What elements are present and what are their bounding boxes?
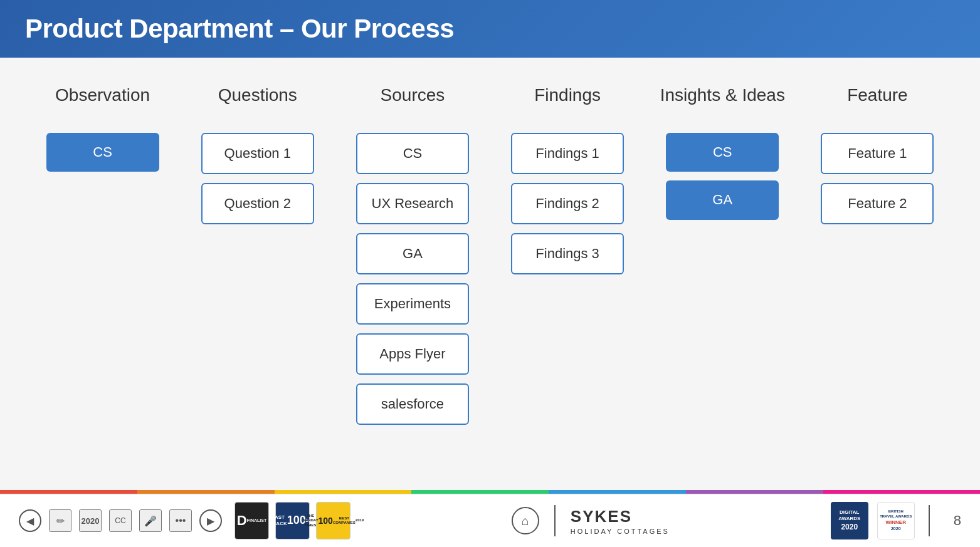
more-button[interactable]: •••: [169, 509, 192, 532]
item-observation-0[interactable]: CS: [46, 133, 159, 172]
item-questions-0[interactable]: Question 1: [201, 133, 314, 174]
mic-button[interactable]: 🎤: [139, 509, 162, 532]
nav-next-button[interactable]: ▶: [199, 509, 222, 532]
sykes-logo-icon: ⌂: [512, 507, 539, 534]
slide-content: ObservationCSQuestionsQuestion 1Question…: [0, 58, 980, 490]
sykes-subtext: HOLIDAY COTTAGES: [571, 528, 670, 535]
column-sources: SourcesCSUX ResearchGAExperimentsApps Fl…: [335, 76, 490, 425]
column-items-feature: Feature 1Feature 2: [800, 133, 955, 224]
item-findings-1[interactable]: Findings 2: [511, 183, 624, 224]
footer-right-divider: [929, 505, 930, 536]
footer-left: ◀ ✏ 2020 CC 🎤 ••• ▶ D FINALIST FAST TRAC…: [19, 502, 350, 539]
item-sources-2[interactable]: GA: [356, 233, 469, 274]
badge-group: D FINALIST FAST TRACK 100 2019 THE SUNDA…: [234, 502, 350, 539]
page-number-display[interactable]: 2020: [79, 509, 102, 532]
item-insights-ideas-1[interactable]: GA: [666, 180, 779, 219]
column-observation: ObservationCS: [25, 76, 180, 172]
item-findings-2[interactable]: Findings 3: [511, 233, 624, 274]
columns-container: ObservationCSQuestionsQuestion 1Question…: [25, 76, 955, 477]
cc-button[interactable]: CC: [109, 509, 132, 532]
slide-footer: ◀ ✏ 2020 CC 🎤 ••• ▶ D FINALIST FAST TRAC…: [0, 494, 980, 547]
column-items-observation: CS: [25, 133, 180, 172]
item-sources-3[interactable]: Experiments: [356, 283, 469, 325]
footer-center: ⌂ SYKES HOLIDAY COTTAGES: [350, 505, 831, 536]
column-items-questions: Question 1Question 2: [180, 133, 335, 224]
slide-title: Product Department – Our Process: [25, 14, 454, 44]
column-items-insights-ideas: CSGA: [645, 133, 800, 220]
item-sources-0[interactable]: CS: [356, 133, 469, 174]
column-questions: QuestionsQuestion 1Question 2: [180, 76, 335, 224]
column-items-sources: CSUX ResearchGAExperimentsApps Flyersale…: [335, 133, 490, 425]
sykes-name: SYKES: [571, 507, 632, 526]
column-header-sources: Sources: [381, 76, 445, 114]
column-header-insights-ideas: Insights & Ideas: [660, 76, 785, 114]
page-number: 8: [954, 513, 961, 529]
column-header-findings: Findings: [534, 76, 601, 114]
item-feature-0[interactable]: Feature 1: [821, 133, 934, 174]
nav-prev-button[interactable]: ◀: [19, 509, 41, 532]
footer-right: DIGITAL AWARDS 2020 BRITISH TRAVEL AWARD…: [831, 502, 961, 539]
item-feature-1[interactable]: Feature 2: [821, 183, 934, 224]
column-header-questions: Questions: [218, 76, 297, 114]
item-sources-1[interactable]: UX Research: [356, 183, 469, 224]
column-feature: FeatureFeature 1Feature 2: [800, 76, 955, 224]
column-findings: FindingsFindings 1Findings 2Findings 3: [490, 76, 645, 274]
slide-header: Product Department – Our Process: [0, 0, 980, 58]
item-questions-1[interactable]: Question 2: [201, 183, 314, 224]
badge-sunday-times: THE SUNDAY TIMES 100 BEST COMPANIES 2019: [316, 502, 350, 539]
column-insights-ideas: Insights & IdeasCSGA: [645, 76, 800, 220]
digital-awards-badge: DIGITAL AWARDS 2020: [831, 502, 868, 539]
british-travel-badge: BRITISH TRAVEL AWARDS WINNER 2020: [877, 502, 915, 539]
column-header-observation: Observation: [55, 76, 150, 114]
footer-divider: [554, 505, 556, 536]
column-header-feature: Feature: [847, 76, 908, 114]
edit-button[interactable]: ✏: [49, 509, 71, 532]
item-findings-0[interactable]: Findings 1: [511, 133, 624, 174]
item-insights-ideas-0[interactable]: CS: [666, 133, 779, 172]
item-sources-5[interactable]: salesforce: [356, 383, 469, 425]
column-items-findings: Findings 1Findings 2Findings 3: [490, 133, 645, 274]
item-sources-4[interactable]: Apps Flyer: [356, 333, 469, 375]
badge-design: D FINALIST: [234, 502, 269, 539]
